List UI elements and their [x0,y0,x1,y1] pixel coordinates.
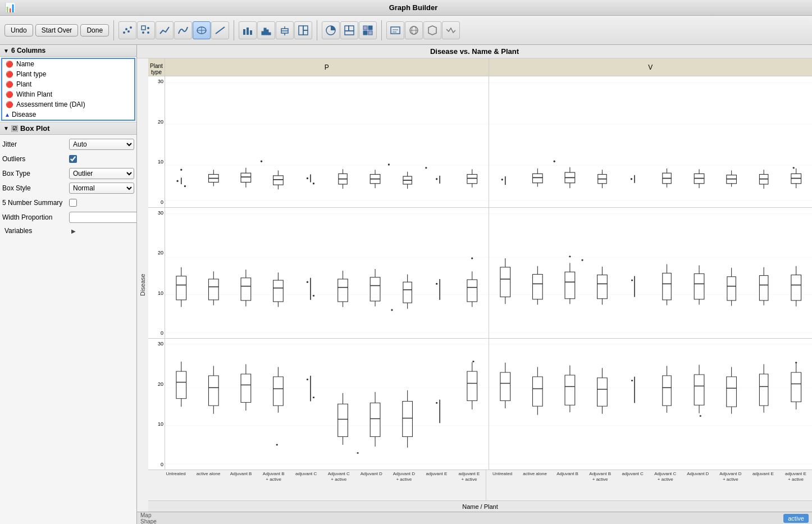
geo2-icon[interactable] [423,21,441,39]
x-axis-title: Name / Plant [148,500,812,512]
svg-rect-55 [273,176,284,185]
chart-area: Disease Plant type P V 30 20 1 [137,58,812,512]
box-type-row: Box Type Outlier [2,167,134,180]
svg-rect-34 [391,27,400,34]
col-item-plant[interactable]: 🔴 Plant [2,79,134,89]
chart-cell-top-v[interactable] [489,76,813,207]
chart-cell-top-p[interactable] [165,76,489,207]
svg-point-300 [699,416,701,417]
x-label-untreated-p: Untreated [159,470,192,500]
app-icon: 📊 [4,2,16,13]
chart-cell-bot-p[interactable] [165,339,489,470]
x-label-adje-v: adjuvant E [747,470,779,500]
start-over-button[interactable]: Start Over [35,24,79,37]
boxplot-icon[interactable] [276,21,294,39]
svg-point-82 [388,163,390,165]
geo1-icon[interactable] [405,21,423,39]
toolbar: Undo Start Over Done [0,16,812,45]
chart-cell-bot-v[interactable] [489,339,813,470]
col-item-name[interactable]: 🔴 Name [2,59,134,69]
x-label-adjb-active-p: Adjuvant B+ active [257,470,290,500]
col-item-plant-type[interactable]: 🔴 Plant type [2,69,134,79]
x-label-adjd-active-p: Adjuvant D+ active [387,470,420,500]
five-number-row: 5 Number Summary [2,197,134,209]
box-type-label: Box Type [2,170,67,177]
box-type-select[interactable]: Outlier [69,168,134,179]
svg-point-190 [631,279,632,281]
jitter-select[interactable]: Auto [69,139,134,150]
heat-icon[interactable] [359,21,377,39]
done-button[interactable]: Done [80,24,109,37]
svg-rect-261 [500,372,510,400]
active-badge: active [783,514,809,523]
histogram-icon[interactable] [257,21,275,39]
outliers-label: Outliers [2,155,67,163]
bottom-bar: MapShape active [137,512,812,524]
svg-rect-217 [176,372,186,399]
svg-rect-157 [403,282,412,303]
svg-rect-250 [467,372,477,401]
svg-point-167 [471,257,473,259]
col-label-name: Name [16,60,34,68]
outliers-checkbox[interactable] [69,155,77,163]
svg-rect-173 [500,267,510,297]
five-number-checkbox[interactable] [69,199,77,207]
chart-cell-mid-p[interactable] [165,208,489,339]
x-label-adje-active-v: adjuvant E+ active [779,470,812,500]
chart-cell-mid-v[interactable] [489,208,813,339]
svg-rect-90 [532,174,542,183]
svg-rect-163 [467,280,477,302]
toolbar-separator-3 [317,20,317,40]
undo-button[interactable]: Undo [4,24,33,37]
line-icon[interactable] [156,21,174,39]
mosaic-icon[interactable] [340,21,358,39]
col-icon-continuous-6: ▴ [6,111,9,119]
svg-point-256 [472,361,474,363]
svg-rect-24 [303,26,308,30]
svg-point-125 [792,167,794,168]
x-label-active-alone-v: active alone [519,470,551,500]
scatter2-icon[interactable] [137,21,155,39]
plant-type-v: V [489,58,813,76]
col-item-disease[interactable]: ▴ Disease [2,110,134,120]
x-label-adje-p: adjuvant E [420,470,453,500]
svg-point-103 [630,178,632,180]
col-item-assessment[interactable]: 🔴 Assessment time (DAI) [2,99,134,110]
box-plot-title: Box Plot [20,124,50,133]
svg-point-212 [581,259,583,261]
chart-type-group-3 [322,21,377,39]
bp-checkbox[interactable]: ☑ [11,125,18,132]
pie-icon[interactable] [322,21,340,39]
box-plot-header: ▼ ☑ Box Plot [0,122,136,135]
ellipse-icon[interactable] [193,21,211,39]
caption-icon[interactable] [386,21,404,39]
x-label-untreated-v: Untreated [486,470,519,500]
svg-rect-138 [241,277,251,300]
bar-icon[interactable] [239,21,257,39]
svg-point-235 [313,397,314,399]
x-label-adje-active-p: adjuvant E+ active [453,470,485,500]
box-style-row: Box Style Normal [2,182,134,194]
svg-rect-134 [208,279,218,300]
line-fit-icon[interactable] [211,21,229,39]
svg-rect-181 [565,272,575,299]
svg-rect-199 [727,276,735,300]
svg-point-6 [142,31,144,34]
svg-rect-76 [467,175,477,184]
smoother-icon[interactable] [174,21,192,39]
svg-rect-279 [662,376,670,405]
x-label-adjd-p: Adjuvant D [355,470,387,500]
col-item-within-plant[interactable]: 🔴 Within Plant [2,89,134,99]
svg-rect-16 [264,28,266,35]
scatter-icon[interactable] [118,21,136,39]
svg-rect-28 [349,26,354,31]
width-proportion-label: Width Proportion [2,213,67,221]
jitter-label: Jitter [2,140,67,148]
x-axis-labels: Untreated active alone Adjuvant B Adjuva… [159,470,812,500]
geo3-icon[interactable] [442,21,460,39]
svg-rect-32 [363,31,367,35]
width-proportion-input[interactable] [69,212,137,223]
columns-section: ▼ 6 Columns 🔴 Name 🔴 Plant type 🔴 Plant … [0,45,136,122]
box-style-select[interactable]: Normal [69,183,134,194]
treemap-icon[interactable] [294,21,312,39]
